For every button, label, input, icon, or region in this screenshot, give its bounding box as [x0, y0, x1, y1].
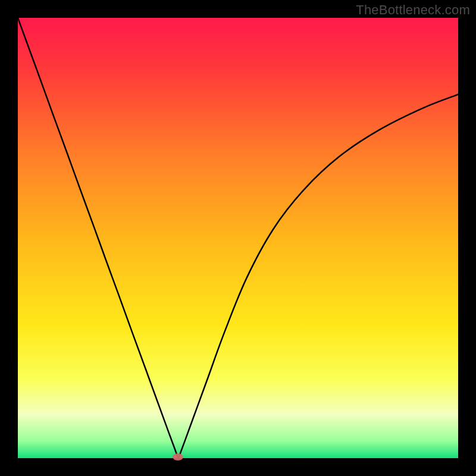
- chart-svg: [18, 18, 458, 458]
- plot-area: [18, 18, 458, 458]
- min-marker: [173, 453, 183, 461]
- gradient-background: [18, 18, 458, 458]
- watermark-text: TheBottleneck.com: [356, 2, 470, 18]
- chart-frame: TheBottleneck.com: [0, 0, 476, 476]
